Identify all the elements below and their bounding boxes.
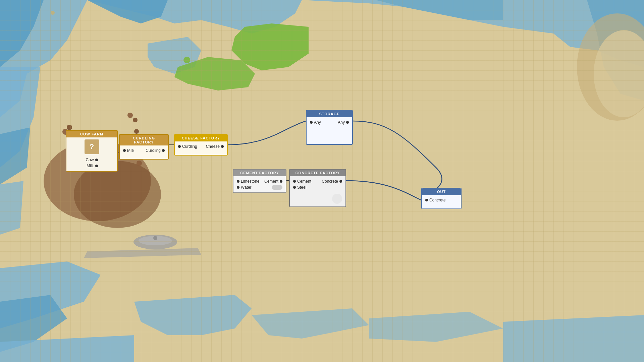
- curdling-factory-node[interactable]: CURDLING FACTORY Milk Curdling: [119, 134, 169, 160]
- cement-factory-header: CEMENT FACTORY: [233, 170, 286, 176]
- cement-limestone-row: Limestone Cement: [237, 178, 282, 184]
- storage-body: Any Any: [307, 117, 352, 144]
- svg-point-7: [134, 129, 139, 134]
- concrete-output-dot: [339, 180, 342, 183]
- concrete-factory-body: Cement Concrete Steel: [290, 176, 345, 206]
- water-toggle[interactable]: [272, 185, 282, 190]
- concrete-factory-icon: [332, 194, 342, 204]
- cheese-factory-header: CHEESE FACTORY: [175, 135, 227, 141]
- cow-farm-node[interactable]: COW FARM ? Cow Milk: [66, 130, 118, 172]
- cheese-factory-row: Curdling Cheese: [178, 143, 224, 149]
- cheese-output-dot: [221, 145, 224, 148]
- svg-point-12: [183, 57, 190, 63]
- cement-factory-node[interactable]: CEMENT FACTORY Limestone Cement Water: [233, 169, 286, 193]
- storage-output-dot: [346, 121, 349, 124]
- water-input-dot: [237, 186, 239, 189]
- cement-input-dot: [293, 180, 296, 183]
- cow-farm-cow-row: Cow: [86, 157, 98, 163]
- curdling-factory-header: CURDLING FACTORY: [120, 135, 168, 145]
- cow-farm-milk-row: Milk: [86, 163, 98, 169]
- concrete-factory-header: CONCRETE FACTORY: [290, 170, 345, 176]
- svg-point-11: [51, 11, 55, 15]
- svg-point-5: [133, 118, 138, 122]
- out-concrete-row: Concrete: [425, 197, 458, 203]
- concrete-cement-row: Cement Concrete: [293, 178, 342, 184]
- milk-input-dot: [123, 149, 126, 152]
- milk-output-dot: [95, 165, 98, 167]
- cow-output-dot: [95, 159, 98, 161]
- curdling-factory-row: Milk Curdling: [123, 147, 165, 154]
- curdling-output-dot: [162, 149, 165, 152]
- storage-any-row: Any Any: [310, 119, 349, 125]
- out-concrete-dot: [425, 199, 428, 201]
- svg-point-15: [153, 236, 157, 240]
- cement-water-row: Water: [237, 184, 282, 190]
- concrete-factory-node[interactable]: CONCRETE FACTORY Cement Concrete Steel: [289, 169, 346, 207]
- curdling-factory-body: Milk Curdling: [120, 145, 168, 159]
- out-node[interactable]: OUT Concrete: [421, 188, 462, 209]
- svg-point-4: [127, 113, 133, 118]
- cheese-factory-node[interactable]: CHEESE FACTORY Curdling Cheese: [174, 134, 228, 156]
- out-node-header: OUT: [422, 188, 461, 195]
- cow-farm-icon: ?: [85, 139, 99, 154]
- cement-factory-body: Limestone Cement Water: [233, 176, 286, 192]
- curdling-input-dot: [178, 145, 181, 148]
- cement-output-dot: [280, 180, 282, 183]
- storage-node[interactable]: STORAGE Any Any: [306, 110, 353, 145]
- limestone-input-dot: [237, 180, 239, 183]
- concrete-steel-row: Steel: [293, 184, 342, 190]
- storage-header: STORAGE: [307, 111, 352, 117]
- out-node-body: Concrete: [422, 195, 461, 208]
- cow-farm-header: COW FARM: [66, 131, 117, 137]
- svg-point-10: [137, 161, 142, 166]
- svg-point-9: [67, 125, 72, 130]
- cheese-factory-body: Curdling Cheese: [175, 141, 227, 155]
- storage-input-dot: [310, 121, 313, 124]
- steel-input-dot: [293, 186, 296, 189]
